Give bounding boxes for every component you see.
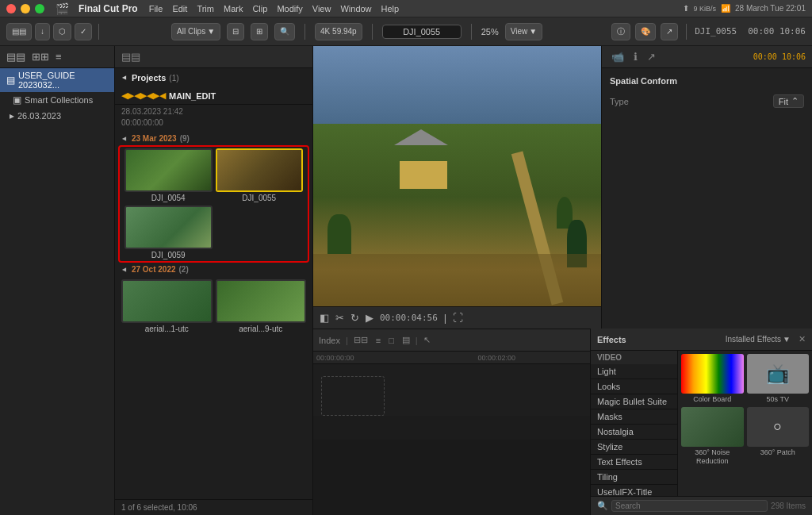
menu-help[interactable]: Help [381, 4, 400, 13]
check-btn[interactable]: ✓ [75, 23, 92, 40]
inspector-tab-info[interactable]: ℹ [630, 49, 641, 64]
app-name: Final Cut Pro [79, 3, 138, 14]
thumb-aerial9-img [217, 281, 305, 321]
menu-view[interactable]: View [312, 4, 331, 13]
clip-thumb-dji0059[interactable] [124, 206, 213, 249]
fullscreen-btn[interactable]: ⛶ [453, 312, 463, 324]
sidebar-item-library[interactable]: ▤ USER_GUIDE 2023032... [0, 68, 114, 92]
menu-window[interactable]: Window [340, 4, 371, 13]
tl-cursor-btn[interactable]: ↖ [421, 333, 433, 347]
inspector-section-title: Spatial Conform [610, 76, 804, 86]
menu-clip[interactable]: Clip [252, 4, 267, 13]
view-btn[interactable]: View ▼ [505, 23, 542, 40]
smart-collections-icon: ▣ [13, 94, 21, 106]
library-view-btn[interactable]: ▤▤ [6, 23, 32, 40]
sidebar-list-icon[interactable]: ≡ [54, 49, 63, 64]
effects-video-header: VIDEO [591, 351, 677, 364]
date-label-2: 27 Oct 2022 [132, 265, 176, 274]
effects-content: VIDEO Light Looks Magic Bullet Suite Mas… [591, 351, 812, 496]
clip-thumb-aerial1[interactable] [121, 279, 213, 323]
clip-label-aerial9: aerial...9-utc [216, 325, 307, 333]
effect-50stv[interactable]: 📺 50s TV [747, 354, 810, 404]
effect-color-board[interactable]: Color Board [681, 354, 744, 404]
effect-color-board-label: Color Board [681, 395, 744, 404]
inspector-btn[interactable]: ⓘ [611, 23, 630, 40]
50stv-icon: 📺 [766, 363, 790, 385]
blade-btn[interactable]: ✂ [335, 312, 344, 324]
menu-trim[interactable]: Trim [197, 4, 214, 13]
inspector-color-btn[interactable]: 🎨 [635, 23, 656, 40]
effects-cat-magicbullet[interactable]: Magic Bullet Suite [591, 394, 677, 409]
sidebar-item-smart-collections[interactable]: ▣ Smart Collections [0, 92, 114, 108]
scene-house [400, 161, 447, 189]
keyframe-btn[interactable]: ⬡ [53, 23, 71, 40]
menu-file[interactable]: File [149, 4, 163, 13]
date-group-27oct[interactable]: ▼ 27 Oct 2022 (2) [115, 263, 312, 276]
minimize-button[interactable] [21, 4, 30, 13]
tl-clip-btn[interactable]: □ [386, 334, 396, 347]
clip-item-aerial9[interactable]: aerial...9-utc [216, 279, 307, 333]
menu-mark[interactable]: Mark [224, 4, 243, 13]
clip-marker-btn[interactable]: ◧ [320, 312, 329, 324]
tl-grid-btn[interactable]: ⊟⊟ [351, 333, 370, 347]
timecode-right: 00:00 10:06 [748, 26, 806, 37]
projects-chevron[interactable]: ▼ [121, 75, 128, 82]
effect-50stv-label: 50s TV [747, 395, 810, 404]
sidebar-library-icon[interactable]: ▤▤ [5, 49, 27, 64]
close-button[interactable] [6, 4, 16, 13]
clip-item-dji0059-wrapper: DJI_0059 [118, 206, 309, 263]
installed-effects-dropdown[interactable]: Installed Effects ▼ [726, 335, 791, 344]
effects-close-btn[interactable]: ✕ [799, 334, 806, 344]
clip-item-dji0055[interactable]: DJI_0055 [216, 148, 304, 202]
view-grid-btn[interactable]: ⊞ [251, 23, 268, 40]
tl-list-btn[interactable]: ≡ [373, 334, 383, 347]
sidebar-item-date[interactable]: ▸ 26.03.2023 [0, 108, 114, 124]
clip-item-dji0059[interactable]: DJI_0059 [124, 206, 213, 259]
sidebar-grid-icon[interactable]: ⊞⊞ [30, 49, 51, 64]
menu-edit[interactable]: Edit [172, 4, 187, 13]
effects-cat-usefulfx[interactable]: UsefulFX-Title Punch [591, 485, 677, 496]
effect-360noise[interactable]: 360° Noise Reduction [681, 407, 744, 466]
maximize-button[interactable] [35, 4, 44, 13]
effects-cat-texteffects[interactable]: Text Effects [591, 455, 677, 470]
inspector-tab-share[interactable]: ↗ [644, 49, 659, 64]
project-header[interactable]: ◀▶◀▶◀▶◀ MAIN_EDIT [115, 87, 312, 105]
toolbar-sep-3 [372, 24, 373, 40]
effect-360noise-label: 360° Noise Reduction [681, 448, 744, 466]
effects-cat-tiling[interactable]: Tiling [591, 470, 677, 485]
clip-thumb-aerial9[interactable] [216, 279, 307, 323]
back-btn[interactable]: ↓ [35, 23, 50, 40]
transform-btn[interactable]: ↻ [350, 312, 359, 324]
50stv-visual: 📺 [747, 354, 810, 394]
effects-cat-masks[interactable]: Masks [591, 409, 677, 425]
play-btn[interactable]: ▶ [366, 312, 373, 324]
inspector-tab-video[interactable]: 📹 [608, 49, 627, 64]
effects-cat-light[interactable]: Light [591, 364, 677, 379]
inspector-type-value[interactable]: Fit ⌃ [773, 94, 804, 108]
browser-title-bar: ▼ Projects (1) [115, 68, 312, 87]
thumb-dji0055-img [217, 150, 302, 190]
clip-thumb-dji0055[interactable] [216, 148, 304, 192]
toolbar-sep-1 [98, 24, 99, 40]
sidebar-smart-collections-label: Smart Collections [25, 95, 93, 105]
menu-modify[interactable]: Modify [277, 4, 302, 13]
zoom-display: 25% [481, 27, 499, 37]
date-group-23mar[interactable]: ▼ 23 Mar 2023 (9) [115, 132, 312, 145]
tl-nav-sep1: | [346, 336, 348, 345]
effect-360patch[interactable]: ○ 360° Patch [747, 407, 810, 466]
effects-search-input[interactable] [611, 500, 768, 512]
tl-index-btn[interactable]: Index [316, 334, 343, 347]
effects-cat-looks[interactable]: Looks [591, 379, 677, 394]
tl-roles-btn[interactable]: ▤ [400, 333, 412, 347]
inspector-toolbar: 📹 ℹ ↗ 00:00 10:06 [602, 46, 812, 68]
clip-name-right: DJI_0055 [695, 26, 737, 37]
view-type-btn[interactable]: ⊟ [227, 23, 244, 40]
effects-cat-stylize[interactable]: Stylize [591, 440, 677, 455]
effects-cat-nostalgia[interactable]: Nostalgia [591, 425, 677, 440]
all-clips-btn[interactable]: All Clips ▼ [171, 23, 220, 40]
search-btn[interactable]: 🔍 [274, 23, 295, 40]
share-btn[interactable]: ↗ [661, 23, 678, 40]
clip-thumb-dji0054[interactable] [124, 148, 213, 192]
clip-item-aerial1[interactable]: aerial...1-utc [121, 279, 213, 333]
clip-item-dji0054[interactable]: DJI_0054 [124, 148, 213, 202]
